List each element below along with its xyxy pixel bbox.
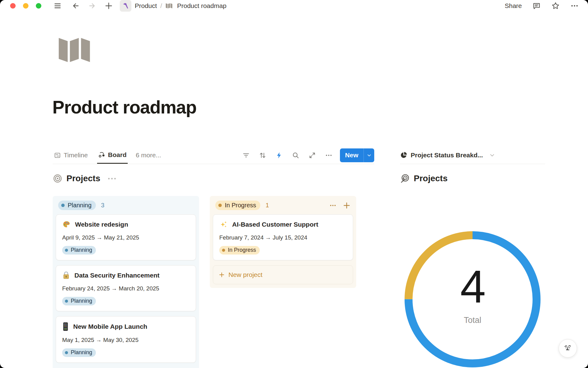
column-more-icon[interactable] <box>329 202 337 209</box>
view-tabs-row: Timeline Board 6 more... <box>53 147 374 164</box>
card-status-pill[interactable]: Planning <box>62 297 96 305</box>
tab-timeline[interactable]: Timeline <box>53 147 89 164</box>
card-status-pill[interactable]: Planning <box>62 348 96 357</box>
breadcrumb: Product / Product roadmap <box>120 0 226 12</box>
comment-icon[interactable] <box>532 2 541 10</box>
chart-section-title[interactable]: Projects <box>414 174 448 183</box>
close-window-button[interactable] <box>10 3 16 9</box>
board-section-header: Projects <box>53 171 374 186</box>
card-date-range: May 1, 2025 → May 30, 2025 <box>62 337 190 343</box>
view-options-more-icon[interactable] <box>325 151 333 159</box>
breadcrumb-parent[interactable]: Product <box>135 2 157 10</box>
page-map-icon[interactable] <box>57 36 96 66</box>
app-window: Product / Product roadmap Share <box>0 0 588 368</box>
board-column-planning: Planning 3 Website redesign <box>53 196 199 368</box>
card-date-range: February 7, 2024 → July 15, 2024 <box>219 234 347 241</box>
column-header-planning: Planning 3 <box>56 199 196 214</box>
more-views-button[interactable]: 6 more... <box>136 151 161 159</box>
card-title: Data Security Enhancement <box>74 272 160 279</box>
bolt-icon[interactable] <box>275 151 283 159</box>
chart-view-selector[interactable]: Project Status Breakd... <box>400 147 545 164</box>
mobile-phone-icon <box>62 322 69 331</box>
group-count: 3 <box>101 202 104 209</box>
chart-section-header: Projects <box>400 171 545 186</box>
new-project-button[interactable]: New project <box>213 265 353 284</box>
sparkles-icon <box>219 220 228 229</box>
sort-icon[interactable] <box>259 151 266 159</box>
status-dot <box>65 249 68 252</box>
timeline-icon <box>54 152 61 159</box>
kanban-board: Planning 3 Website redesign <box>53 196 374 368</box>
ai-face-icon <box>563 343 573 354</box>
new-button-chevron-icon[interactable] <box>364 153 374 158</box>
map-icon <box>165 2 174 9</box>
zoom-window-button[interactable] <box>36 3 41 9</box>
breadcrumb-separator: / <box>160 2 162 10</box>
board-section-title[interactable]: Projects <box>66 174 100 183</box>
pie-chart-icon <box>400 151 407 159</box>
notion-ai-face-button[interactable] <box>559 339 577 358</box>
column-header-in-progress: In Progress 1 <box>213 199 353 214</box>
card-title: New Mobile App Launch <box>73 323 147 330</box>
group-count: 1 <box>266 202 269 209</box>
filter-icon[interactable] <box>242 151 250 159</box>
window-topbar: Product / Product roadmap Share <box>0 0 588 12</box>
page-title: Product roadmap <box>52 97 196 118</box>
new-button-label: New <box>340 151 364 159</box>
status-dot <box>61 204 65 207</box>
card-title: Website redesign <box>75 221 128 228</box>
project-card-data-security[interactable]: Data Security Enhancement February 24, 2… <box>56 265 196 311</box>
status-dot <box>222 249 225 252</box>
share-button[interactable]: Share <box>505 2 522 10</box>
expand-icon[interactable] <box>308 151 316 159</box>
card-status-pill[interactable]: Planning <box>62 246 96 255</box>
palette-icon <box>62 220 71 229</box>
forward-icon[interactable] <box>88 2 96 10</box>
new-page-plus-icon[interactable] <box>104 2 113 10</box>
back-icon[interactable] <box>71 2 80 10</box>
chevron-down-icon <box>489 152 495 158</box>
project-card-ai-support[interactable]: AI-Based Customer Support February 7, 20… <box>213 214 353 260</box>
star-icon[interactable] <box>551 2 560 10</box>
breadcrumb-current[interactable]: Product roadmap <box>177 2 226 10</box>
tab-board[interactable]: Board <box>97 147 128 164</box>
sidebar-menu-icon[interactable] <box>54 2 62 10</box>
card-date-range: April 9, 2025 → May 21, 2025 <box>62 234 190 241</box>
card-title: AI-Based Customer Support <box>232 221 318 228</box>
new-button[interactable]: New <box>340 148 374 162</box>
status-dot <box>218 204 222 207</box>
section-more-icon[interactable] <box>108 178 116 179</box>
status-donut-chart: 4 Total <box>400 227 545 368</box>
donut-total-label: Total <box>400 316 545 325</box>
board-column-in-progress: In Progress 1 <box>210 196 356 288</box>
project-card-website-redesign[interactable]: Website redesign April 9, 2025 → May 21,… <box>56 214 196 260</box>
chart-view-selector-label: Project Status Breakd... <box>411 151 483 159</box>
target-arrow-icon <box>400 174 410 183</box>
more-icon[interactable] <box>570 2 579 10</box>
group-pill-planning[interactable]: Planning <box>58 201 96 210</box>
board-icon <box>98 151 105 158</box>
hammer-icon[interactable] <box>120 0 131 12</box>
group-pill-in-progress[interactable]: In Progress <box>215 201 260 210</box>
plus-icon <box>219 272 225 278</box>
lock-icon <box>62 271 70 280</box>
column-add-icon[interactable] <box>343 201 351 209</box>
search-icon[interactable] <box>292 151 300 159</box>
window-controls <box>10 3 41 9</box>
bullseye-icon <box>53 174 62 183</box>
status-dot <box>65 300 68 303</box>
donut-total-value: 4 <box>400 263 545 309</box>
card-status-pill[interactable]: In Progress <box>219 246 260 255</box>
project-card-mobile-app[interactable]: New Mobile App Launch May 1, 2025 → May … <box>56 316 196 363</box>
card-date-range: February 24, 2025 → March 20, 2025 <box>62 285 190 292</box>
minimize-window-button[interactable] <box>23 3 28 9</box>
status-dot <box>65 351 68 354</box>
